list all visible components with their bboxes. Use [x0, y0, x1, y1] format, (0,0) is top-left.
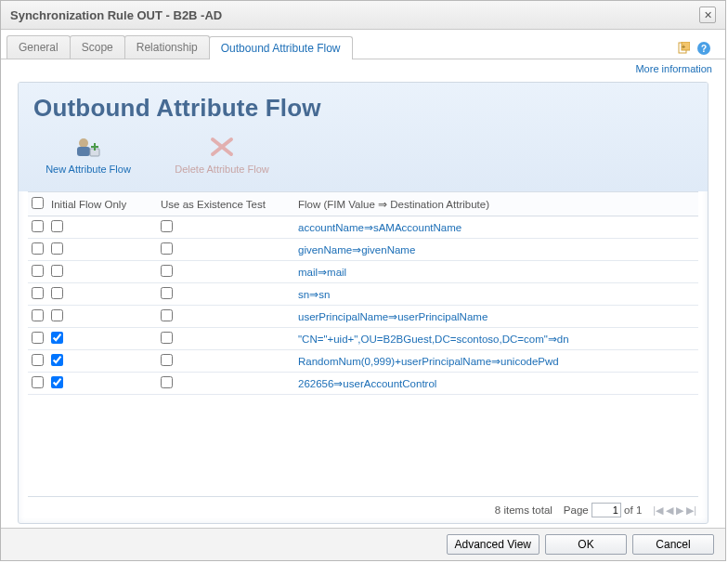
flow-expression[interactable]: 262656⇒userAccountControl [298, 378, 436, 389]
col-existence-test[interactable]: Use as Existence Test [157, 192, 294, 216]
close-icon: ✕ [704, 9, 712, 21]
delete-attribute-flow-button: Delete Attribute Flow [171, 134, 273, 175]
col-initial-flow[interactable]: Initial Flow Only [47, 192, 157, 216]
pager: |◀ ◀ ▶ ▶| [653, 504, 696, 517]
page-of: of 1 [624, 504, 642, 516]
flow-panel: Outbound Attribute Flow New [18, 82, 708, 524]
attribute-flow-table: Initial Flow Only Use as Existence Test … [28, 191, 698, 395]
tab-relationship[interactable]: Relationship [124, 35, 210, 59]
initial-flow-checkbox[interactable] [51, 242, 63, 255]
next-page-icon[interactable]: ▶ [676, 504, 683, 517]
flow-expression[interactable]: sn⇒sn [298, 289, 330, 300]
row-select-checkbox[interactable] [32, 354, 44, 366]
initial-flow-checkbox[interactable] [51, 354, 63, 366]
initial-flow-checkbox[interactable] [51, 376, 63, 388]
new-flow-icon [73, 134, 103, 160]
svg-rect-4 [77, 147, 90, 156]
cancel-button[interactable]: Cancel [632, 534, 714, 555]
table-row[interactable]: RandomNum(0,999)+userPrincipalName⇒unico… [28, 350, 698, 373]
tab-scope[interactable]: Scope [70, 35, 125, 59]
row-select-checkbox[interactable] [32, 332, 44, 344]
initial-flow-checkbox[interactable] [51, 332, 63, 344]
more-information-link[interactable]: More information [1, 59, 725, 74]
ok-button[interactable]: OK [545, 534, 627, 555]
col-flow[interactable]: Flow (FIM Value ⇒ Destination Attribute) [294, 192, 698, 216]
tab-actions: + ? [677, 42, 720, 59]
titlebar: Synchronization Rule OUT - B2B -AD ✕ [1, 1, 725, 30]
svg-text:+: + [682, 43, 686, 51]
flow-expression[interactable]: RandomNum(0,999)+userPrincipalName⇒unico… [298, 356, 559, 367]
page-label: Page [564, 504, 589, 516]
table-row[interactable]: 262656⇒userAccountControl [28, 373, 698, 395]
flow-expression[interactable]: givenName⇒givenName [298, 244, 415, 255]
existence-test-checkbox[interactable] [161, 242, 173, 255]
new-attribute-flow-button[interactable]: New Attribute Flow [37, 134, 139, 175]
table-row[interactable]: sn⇒sn [28, 283, 698, 306]
flow-expression[interactable]: userPrincipalName⇒userPrincipalName [298, 311, 488, 322]
panel-body: Initial Flow Only Use as Existence Test … [19, 191, 708, 523]
tab-outbound-attribute-flow[interactable]: Outbound Attribute Flow [209, 36, 353, 59]
existence-test-checkbox[interactable] [161, 309, 173, 321]
existence-test-checkbox[interactable] [161, 287, 173, 299]
new-flow-label: New Attribute Flow [46, 164, 131, 175]
dialog-window: Synchronization Rule OUT - B2B -AD ✕ Gen… [0, 0, 726, 561]
row-select-checkbox[interactable] [32, 242, 44, 255]
initial-flow-checkbox[interactable] [51, 220, 63, 232]
panel-header: Outbound Attribute Flow New [19, 83, 708, 191]
first-page-icon[interactable]: |◀ [653, 504, 663, 517]
row-select-checkbox[interactable] [32, 287, 44, 299]
existence-test-checkbox[interactable] [161, 220, 173, 232]
delete-flow-label: Delete Attribute Flow [175, 164, 269, 175]
table-row[interactable]: accountName⇒sAMAccountName [28, 216, 698, 239]
initial-flow-checkbox[interactable] [51, 309, 63, 321]
close-button[interactable]: ✕ [699, 7, 716, 23]
table-row[interactable]: givenName⇒givenName [28, 239, 698, 261]
svg-rect-7 [91, 146, 98, 148]
button-bar: Advanced View OK Cancel [1, 528, 725, 560]
panel-title: Outbound Attribute Flow [33, 94, 693, 123]
row-select-checkbox[interactable] [32, 376, 44, 388]
content-area: Outbound Attribute Flow New [1, 74, 725, 528]
page-input[interactable] [592, 503, 621, 517]
tab-general[interactable]: General [6, 35, 71, 59]
prev-page-icon[interactable]: ◀ [666, 504, 673, 517]
existence-test-checkbox[interactable] [161, 265, 173, 277]
tab-row: General Scope Relationship Outbound Attr… [1, 30, 725, 59]
existence-test-checkbox[interactable] [161, 332, 173, 344]
existence-test-checkbox[interactable] [161, 376, 173, 388]
window-title: Synchronization Rule OUT - B2B -AD [10, 8, 222, 22]
flow-expression[interactable]: "CN="+uid+",OU=B2BGuest,DC=scontoso,DC=c… [298, 334, 569, 345]
table-row[interactable]: "CN="+uid+",OU=B2BGuest,DC=scontoso,DC=c… [28, 328, 698, 350]
help-icon[interactable]: ? [697, 42, 710, 55]
row-select-checkbox[interactable] [32, 309, 44, 321]
flow-expression[interactable]: mail⇒mail [298, 267, 346, 278]
flow-expression[interactable]: accountName⇒sAMAccountName [298, 222, 462, 233]
svg-point-3 [79, 138, 88, 148]
initial-flow-checkbox[interactable] [51, 265, 63, 277]
initial-flow-checkbox[interactable] [51, 287, 63, 299]
last-page-icon[interactable]: ▶| [686, 504, 696, 517]
row-select-checkbox[interactable] [32, 265, 44, 277]
row-select-checkbox[interactable] [32, 220, 44, 232]
table-row[interactable]: mail⇒mail [28, 261, 698, 283]
items-total: 8 items total [495, 504, 552, 516]
grid-footer: 8 items total Page of 1 |◀ ◀ ▶ ▶| [28, 496, 698, 517]
table-row[interactable]: userPrincipalName⇒userPrincipalName [28, 306, 698, 328]
advanced-view-button[interactable]: Advanced View [447, 534, 540, 555]
existence-test-checkbox[interactable] [161, 354, 173, 366]
panel-toolbar: New Attribute Flow Delete Attribute Flow [33, 128, 693, 182]
select-all-checkbox[interactable] [32, 197, 44, 209]
delete-flow-icon [207, 134, 237, 160]
new-item-icon[interactable]: + [677, 42, 690, 55]
